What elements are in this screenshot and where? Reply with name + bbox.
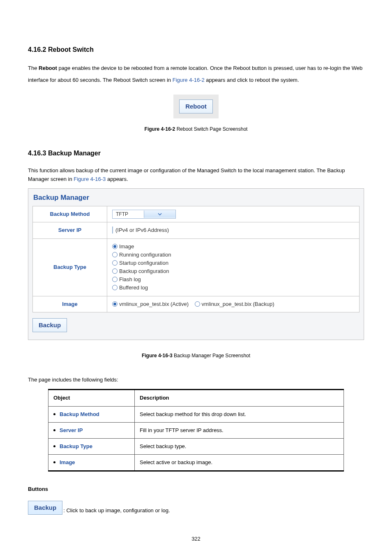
figref-4-16-3[interactable]: Figure 4-16-3	[74, 176, 106, 182]
label-backup-type: Backup Type	[33, 238, 107, 296]
label-backup-method: Backup Method	[33, 206, 107, 222]
bullet-icon	[53, 429, 55, 431]
radio-image[interactable]	[112, 244, 118, 249]
fields-table: Object Description Backup Method Select …	[48, 389, 344, 472]
backup-button-inline[interactable]: Backup	[28, 501, 62, 515]
caption-4-16-2: Figure 4-16-2 Reboot Switch Page Screens…	[28, 126, 364, 133]
radio-image-backup[interactable]	[195, 301, 200, 307]
bullet-icon	[53, 413, 55, 415]
th-object: Object	[48, 390, 135, 406]
chevron-down-icon	[144, 210, 175, 218]
para-reboot: The Reboot page enables the device to be…	[28, 62, 364, 86]
backup-button-panel[interactable]: Backup	[32, 318, 67, 332]
radio-startup-config[interactable]	[112, 260, 118, 266]
heading-backup-manager: 4.16.3 Backup Manager	[28, 149, 364, 158]
radio-buffered-log[interactable]	[112, 285, 118, 290]
buttons-heading: Buttons	[28, 486, 364, 493]
radio-running-config[interactable]	[112, 252, 118, 257]
radio-flash-log[interactable]	[112, 277, 118, 282]
backup-button-description-line: Backup : Click to back up image, configu…	[28, 501, 364, 515]
bullet-icon	[53, 445, 55, 447]
radio-image-active[interactable]	[112, 301, 118, 307]
fields-intro: The page includes the following fields:	[28, 376, 364, 384]
backup-method-select[interactable]: TFTP	[112, 210, 176, 219]
server-ip-input[interactable]	[112, 227, 113, 234]
page-number: 322	[28, 535, 364, 543]
panel-title: Backup Manager	[32, 191, 360, 206]
backup-type-options: Image Running configuration Startup conf…	[107, 238, 360, 296]
reboot-figure-panel: Reboot	[173, 95, 219, 118]
bullet-icon	[53, 461, 55, 463]
backup-manager-panel: Backup Manager Backup Method TFTP Server…	[28, 188, 364, 340]
radio-backup-config[interactable]	[112, 268, 118, 274]
para-backup: This function allows backup of the curre…	[28, 166, 364, 184]
th-description: Description	[135, 390, 344, 406]
label-server-ip: Server IP	[33, 222, 107, 238]
caption-4-16-3: Figure 4-16-3 Backup Manager Page Screen…	[28, 352, 364, 359]
figref-4-16-2[interactable]: Figure 4-16-2	[173, 77, 205, 83]
heading-reboot-switch: 4.16.2 Reboot Switch	[28, 45, 364, 54]
server-ip-note: (IPv4 or IPv6 Address)	[115, 227, 169, 233]
label-image: Image	[33, 296, 107, 312]
reboot-button[interactable]: Reboot	[179, 99, 213, 113]
